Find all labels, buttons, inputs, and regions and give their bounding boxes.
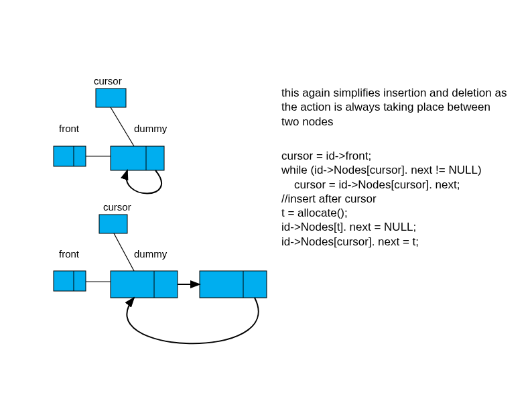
label-dummy-top: dummy xyxy=(134,123,167,134)
cursor-box-bottom xyxy=(99,215,127,233)
label-cursor-bottom: cursor xyxy=(103,201,131,213)
explanation-text: this again simplifies insertion and dele… xyxy=(281,86,509,129)
code-block: cursor = id->front; while (id->Nodes[cur… xyxy=(281,149,523,249)
cursor-box-top xyxy=(96,89,126,107)
front-box-top xyxy=(54,146,86,166)
dummy-node-top xyxy=(111,146,164,170)
dummy-node-bottom xyxy=(111,271,178,298)
label-front-top: front xyxy=(59,123,79,134)
label-cursor-top: cursor xyxy=(94,75,122,87)
label-dummy-bottom: dummy xyxy=(134,248,167,260)
new-node-bottom xyxy=(200,271,267,298)
label-front-bottom: front xyxy=(59,248,79,260)
front-box-bottom xyxy=(54,271,86,291)
